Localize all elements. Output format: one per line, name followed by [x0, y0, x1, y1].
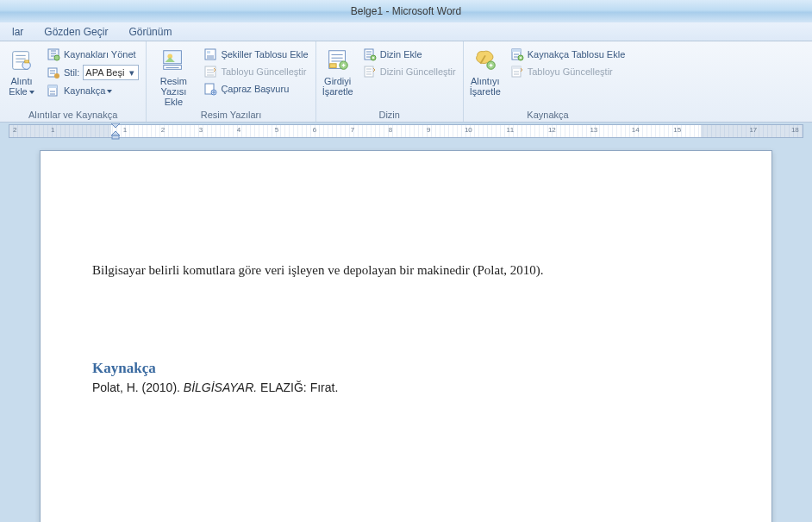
dropdown-icon: ▾ — [128, 67, 136, 79]
bibliography-button[interactable]: Kaynakça — [43, 83, 142, 98]
insert-index-label: Dizin Ekle — [380, 49, 422, 60]
mark-citation-button[interactable]: Alıntıyı İşaretle — [467, 45, 503, 98]
style-combobox[interactable]: APA Beşi ▾ — [83, 65, 139, 80]
ruler-num: 18 — [791, 126, 799, 134]
insert-toa-icon — [510, 47, 524, 61]
bib-publisher: ELAZIĞ: Fırat. — [257, 380, 338, 394]
ruler-num: 13 — [590, 126, 597, 134]
ruler-numbers: 2 1 1 2 3 4 5 6 7 8 9 10 11 12 13 14 15 … — [9, 126, 803, 134]
insert-caption-label: Resim Yazısı Ekle — [152, 76, 195, 107]
document-workspace: Bilgisayar belirli komutlara göre veri i… — [0, 142, 812, 522]
ruler-num: 15 — [673, 126, 681, 134]
ruler-num: 2 — [161, 126, 165, 134]
update-table-label: Tabloyu Güncelleştir — [221, 66, 306, 77]
ruler-num: 10 — [465, 126, 472, 134]
caption-icon — [159, 47, 187, 74]
update-table-icon — [203, 65, 217, 79]
update-toa-icon — [510, 65, 524, 79]
tab-review[interactable]: Gözden Geçir — [34, 23, 118, 41]
bibliography-label: Kaynakça — [64, 85, 112, 96]
update-table-button: Tabloyu Güncelleştir — [200, 64, 311, 79]
group-captions-label: Resim Yazıları — [150, 110, 311, 122]
citation-icon — [8, 47, 35, 74]
tab-truncated[interactable]: lar — [2, 23, 34, 41]
ruler-num: 4 — [237, 126, 240, 134]
insert-index-icon — [363, 47, 377, 61]
mark-citation-icon — [472, 47, 499, 74]
group-index-label: Dizin — [320, 110, 459, 122]
svg-rect-11 — [48, 85, 57, 88]
body-paragraph[interactable]: Bilgisayar belirli komutlara göre veri i… — [92, 263, 720, 278]
ruler-num: 7 — [351, 126, 354, 134]
ruler-num: 11 — [506, 126, 514, 134]
tab-view[interactable]: Görünüm — [118, 23, 182, 41]
ruler-num: 1 — [51, 126, 54, 134]
style-icon — [47, 66, 60, 79]
svg-rect-22 — [329, 64, 336, 68]
ribbon: Alıntı Ekle Kaynakları Yönet Stil: APA B… — [0, 41, 812, 123]
ruler-num: 14 — [632, 126, 640, 134]
bib-title: BİLGİSAYAR. — [184, 380, 257, 394]
bibliography-heading[interactable]: Kaynakça — [92, 360, 720, 377]
mark-entry-label: Girdiyi İşaretle — [322, 76, 353, 97]
window-title: Belge1 - Microsoft Word — [351, 5, 462, 17]
group-citations: Alıntı Ekle Kaynakları Yönet Stil: APA B… — [0, 41, 147, 122]
insert-caption-button[interactable]: Resim Yazısı Ekle — [150, 45, 197, 109]
ruler-num: 9 — [427, 126, 430, 134]
update-index-icon — [363, 65, 377, 79]
manage-sources-icon — [47, 47, 60, 61]
mark-citation-label: Alıntıyı İşaretle — [470, 76, 501, 97]
ruler-num: 2 — [13, 126, 16, 134]
bibliography-icon — [47, 84, 60, 97]
ruler-num: 6 — [313, 126, 316, 134]
style-label: Stil: — [64, 67, 79, 78]
ruler-num: 5 — [275, 126, 278, 134]
manage-sources-button[interactable]: Kaynakları Yönet — [43, 47, 142, 62]
svg-rect-5 — [25, 60, 29, 63]
insert-citation-button[interactable]: Alıntı Ekle — [3, 45, 40, 98]
insert-index-button[interactable]: Dizin Ekle — [359, 47, 459, 62]
manage-sources-label: Kaynakları Yönet — [64, 49, 136, 60]
svg-rect-17 — [207, 51, 210, 53]
ruler-num: 3 — [199, 126, 203, 134]
ruler-num: 17 — [749, 126, 757, 134]
cross-reference-label: Çapraz Başvuru — [221, 84, 289, 94]
style-value: APA Beşi — [85, 67, 124, 78]
update-index-button: Dizini Güncelleştir — [359, 64, 459, 79]
group-citations-label: Alıntılar ve Kaynakça — [3, 110, 142, 122]
update-toa-label: Tabloyu Güncelleştir — [528, 66, 613, 77]
insert-toa-label: Kaynakça Tablosu Ekle — [528, 49, 626, 60]
mark-entry-button[interactable]: Girdiyi İşaretle — [320, 45, 356, 98]
group-index: Girdiyi İşaretle Dizin Ekle Dizini Günce… — [316, 41, 464, 122]
ruler-num: 12 — [548, 126, 556, 134]
table-of-figures-icon — [203, 47, 217, 61]
mark-entry-icon — [324, 47, 352, 74]
document-page[interactable]: Bilgisayar belirli komutlara göre veri i… — [40, 150, 772, 522]
style-selector[interactable]: Stil: APA Beşi ▾ — [43, 64, 142, 81]
svg-point-7 — [54, 55, 59, 60]
cross-reference-button[interactable]: Çapraz Başvuru — [200, 81, 311, 97]
cross-reference-icon — [203, 82, 217, 96]
insert-citation-label: Alıntı Ekle — [9, 76, 34, 97]
svg-rect-35 — [112, 135, 119, 139]
insert-table-of-figures-label: Şekiller Tablosu Ekle — [221, 49, 308, 60]
svg-rect-29 — [512, 49, 521, 52]
ribbon-tabs: lar Gözden Geçir Görünüm — [0, 22, 812, 41]
bibliography-entry[interactable]: Polat, H. (2010). BİLGİSAYAR. ELAZIĞ: Fı… — [92, 380, 720, 394]
insert-table-of-figures-button[interactable]: Şekiller Tablosu Ekle — [200, 47, 311, 62]
group-captions: Resim Yazısı Ekle Şekiller Tablosu Ekle … — [147, 41, 315, 122]
ruler-container: 2 1 1 2 3 4 5 6 7 8 9 10 11 12 13 14 15 … — [0, 123, 812, 142]
update-index-label: Dizini Güncelleştir — [380, 66, 456, 77]
title-bar: Belge1 - Microsoft Word — [0, 0, 812, 22]
bib-author-year: Polat, H. (2010). — [92, 380, 184, 394]
horizontal-ruler[interactable]: 2 1 1 2 3 4 5 6 7 8 9 10 11 12 13 14 15 … — [9, 124, 803, 138]
update-toa-button: Tabloyu Güncelleştir — [507, 64, 629, 79]
ruler-num: 8 — [389, 126, 392, 134]
ruler-num: 1 — [123, 126, 127, 134]
svg-point-9 — [54, 73, 59, 79]
insert-toa-button[interactable]: Kaynakça Tablosu Ekle — [507, 47, 629, 62]
svg-rect-32 — [512, 66, 521, 69]
group-toa-label: Kaynakça — [467, 110, 629, 122]
group-toa: Alıntıyı İşaretle Kaynakça Tablosu Ekle … — [464, 41, 633, 122]
